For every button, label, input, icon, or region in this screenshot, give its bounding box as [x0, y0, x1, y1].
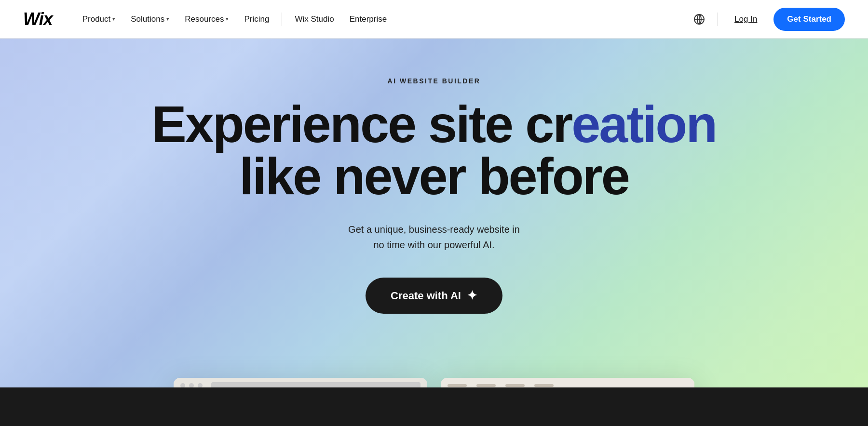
get-started-button[interactable]: Get Started — [773, 8, 845, 31]
wix-logo[interactable]: Wix — [23, 9, 53, 29]
nav-divider — [282, 13, 282, 26]
hero-subtitle: Get a unique, business-ready website inn… — [348, 222, 520, 253]
chevron-down-icon: ▾ — [226, 16, 229, 22]
nav-product[interactable]: Product ▾ — [76, 11, 122, 28]
nav-enterprise-label: Enterprise — [350, 14, 387, 24]
navbar: Wix Product ▾ Solutions ▾ Resources ▾ Pr… — [0, 0, 868, 39]
chevron-down-icon: ▾ — [166, 16, 169, 22]
navbar-right: Log In Get Started — [691, 8, 845, 31]
browser-nav-dots — [448, 384, 554, 387]
nav-enterprise[interactable]: Enterprise — [343, 11, 393, 28]
nav-resources-label: Resources — [185, 14, 224, 24]
nav-wix-studio-label: Wix Studio — [295, 14, 334, 24]
language-selector[interactable] — [691, 11, 708, 28]
hero-title-highlight: eation — [571, 95, 716, 153]
browser-nav-item — [534, 384, 554, 387]
create-with-ai-button[interactable]: Create with AI ✦ — [366, 278, 502, 314]
browser-nav-item — [505, 384, 525, 387]
hero-section: AI WEBSITE BUILDER Experience site creat… — [0, 39, 868, 426]
nav-solutions[interactable]: Solutions ▾ — [124, 11, 176, 28]
nav-menu: Product ▾ Solutions ▾ Resources ▾ Pricin… — [76, 11, 691, 28]
hero-title: Experience site creationlike never befor… — [152, 98, 717, 202]
nav-product-label: Product — [82, 14, 111, 24]
nav-wix-studio[interactable]: Wix Studio — [288, 11, 340, 28]
sparkle-icon: ✦ — [467, 288, 477, 303]
browser-nav-item — [476, 384, 496, 387]
nav-solutions-label: Solutions — [131, 14, 164, 24]
bottom-dark-bar — [0, 387, 868, 426]
nav-resources[interactable]: Resources ▾ — [178, 11, 235, 28]
nav-pricing-label: Pricing — [244, 14, 269, 24]
nav-pricing[interactable]: Pricing — [237, 11, 276, 28]
hero-badge: AI WEBSITE BUILDER — [388, 77, 481, 85]
nav-right-divider — [718, 13, 718, 26]
login-button[interactable]: Log In — [728, 11, 764, 28]
browser-nav-item — [448, 384, 467, 387]
cta-label: Create with AI — [391, 290, 461, 302]
chevron-down-icon: ▾ — [112, 16, 115, 22]
